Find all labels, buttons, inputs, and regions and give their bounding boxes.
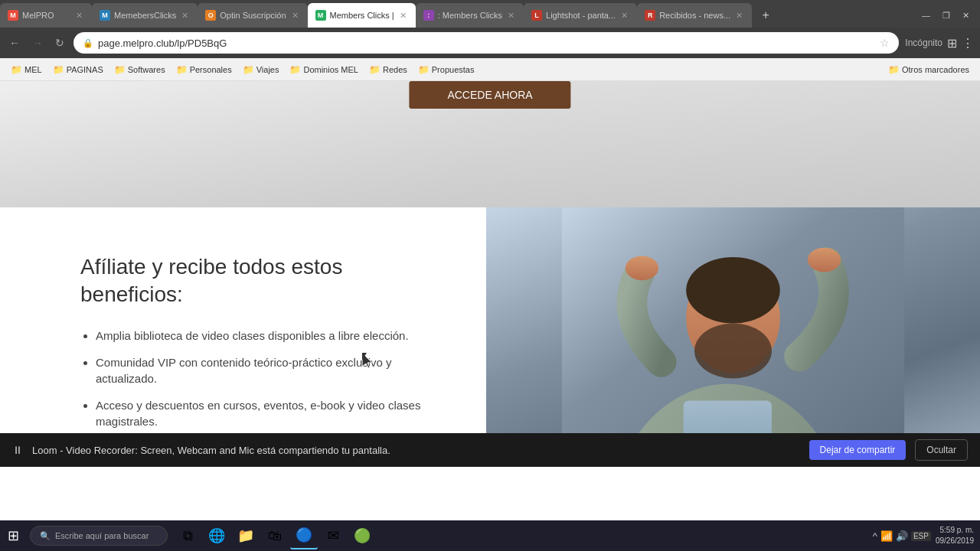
browser-tab-membersclicks2[interactable]: MMembers Clicks |✕ <box>308 3 416 28</box>
date: 09/26/2019 <box>936 536 974 546</box>
clock[interactable]: 5:59 p. m. 09/26/2019 <box>936 525 974 546</box>
loom-notification-bar: ⏸ Loom - Video Recorder: Screen, Webcam … <box>0 433 980 467</box>
bookmark-viajes[interactable]: 📁Viajes <box>238 63 284 77</box>
tab-label-lightshot: Lightshot - panta... <box>546 11 616 20</box>
window-controls: — ❐ ✕ <box>917 3 980 28</box>
loom-message: Loom - Video Recorder: Screen, Webcam an… <box>32 445 800 456</box>
bookmark-mel[interactable]: 📁MEL <box>6 63 47 77</box>
bookmark-icon-propuestas: 📁 <box>418 64 430 75</box>
tab-close-membersclicks2[interactable]: ✕ <box>398 9 408 22</box>
maximize-button[interactable]: ❐ <box>938 9 955 22</box>
other-bookmarks-label: Otros marcadores <box>902 65 969 74</box>
language-indicator[interactable]: ESP <box>911 531 931 541</box>
lock-icon: 🔒 <box>83 38 93 48</box>
tab-label-membersclicks3: : Members Clicks <box>438 11 502 20</box>
page-content: ACCEDE AHORA Afíliate y recibe todos est… <box>0 81 980 467</box>
tab-label-melpro: MelPRO <box>22 11 70 20</box>
browser-tab-lightshot[interactable]: LLightshot - panta...✕ <box>524 3 637 28</box>
back-button[interactable]: ← <box>6 35 23 51</box>
tab-favicon-membersclicks3: : <box>423 10 434 21</box>
svg-point-7 <box>808 248 841 272</box>
time: 5:59 p. m. <box>936 525 974 536</box>
taskbar: ⊞ 🔍 Escribe aquí para buscar ⧉ 🌐 📁 🛍 🔵 ✉… <box>0 520 980 551</box>
tab-label-optin: Optin Suscripción <box>220 11 286 20</box>
tab-close-melpro[interactable]: ✕ <box>74 9 84 22</box>
store-icon[interactable]: 🛍 <box>261 522 289 549</box>
bookmark-label-personales: Personales <box>190 65 232 74</box>
chrome2-icon[interactable]: 🟢 <box>348 522 376 549</box>
task-view-button[interactable]: ⧉ <box>174 522 201 549</box>
browser-tab-optin[interactable]: OOptin Suscripción✕ <box>198 3 307 28</box>
file-explorer-icon[interactable]: 📁 <box>232 522 260 549</box>
benefit-item-0: Amplia biblioteca de video clases dispon… <box>96 328 440 344</box>
tab-favicon-melpro: M <box>8 10 18 21</box>
other-bookmarks[interactable]: 📁 Otros marcadores <box>884 63 974 77</box>
refresh-button[interactable]: ↻ <box>52 35 67 51</box>
incognito-label: Incógnito <box>905 37 942 48</box>
mail-icon[interactable]: ✉ <box>319 522 347 549</box>
bookmark-dominios[interactable]: 📁Dominios MEL <box>285 63 363 77</box>
tab-label-membersclicks1: MemebersClicks <box>114 11 176 20</box>
browser-chrome: MMelPRO✕MMemebersClicks✕OOptin Suscripci… <box>0 0 980 81</box>
browser-tab-membersclicks1[interactable]: MMemebersClicks✕ <box>92 3 198 28</box>
left-content: Afíliate y recibe todos estos beneficios… <box>0 207 486 467</box>
bookmark-propuestas[interactable]: 📁Propuestas <box>413 63 479 77</box>
hero-section: ACCEDE AHORA <box>0 81 980 207</box>
show-hidden-icons[interactable]: ^ <box>873 530 877 542</box>
start-button[interactable]: ⊞ <box>0 520 27 551</box>
extensions-icon[interactable]: ⊞ <box>947 36 957 51</box>
tab-bar: MMelPRO✕MMemebersClicks✕OOptin Suscripci… <box>0 0 980 28</box>
bookmark-label-softwares: Softwares <box>128 65 165 74</box>
benefit-item-1: Comunidad VIP con contenido teórico-prác… <box>96 354 440 386</box>
tab-close-membersclicks1[interactable]: ✕ <box>180 9 190 22</box>
svg-point-4 <box>686 257 780 324</box>
browser-tab-melpro[interactable]: MMelPRO✕ <box>0 3 92 28</box>
bookmark-icon-redes: 📁 <box>369 64 381 75</box>
bookmark-paginas[interactable]: 📁PAGINAS <box>48 63 108 77</box>
url-input[interactable]: 🔒 page.melpro.club/lp/PD5BqG ☆ <box>74 32 899 54</box>
bookmark-personales[interactable]: 📁Personales <box>172 63 237 77</box>
tab-close-lightshot[interactable]: ✕ <box>619 9 629 22</box>
bookmark-icon-mel: 📁 <box>11 64 22 75</box>
tab-favicon-membersclicks2: M <box>315 10 326 21</box>
minimize-button[interactable]: — <box>917 9 935 21</box>
bookmark-star-icon[interactable]: ☆ <box>880 37 890 49</box>
stop-sharing-button[interactable]: Dejar de compartir <box>809 440 906 460</box>
folder-icon: 📁 <box>888 64 900 75</box>
menu-icon[interactable]: ⋮ <box>962 36 974 51</box>
volume-icon[interactable]: 🔊 <box>896 530 908 542</box>
tab-label-recibidos: Recibidos - news... <box>659 11 730 20</box>
url-text: page.melpro.club/lp/PD5BqG <box>98 37 875 49</box>
system-tray-icons: ^ 📶 🔊 ESP <box>873 530 931 542</box>
tab-close-membersclicks3[interactable]: ✕ <box>506 9 516 22</box>
bookmark-icon-dominios: 📁 <box>289 64 301 75</box>
main-section: Afíliate y recibe todos estos beneficios… <box>0 207 980 467</box>
forward-button[interactable]: → <box>29 35 46 51</box>
bookmarks-bar: 📁MEL📁PAGINAS📁Softwares📁Personales📁Viajes… <box>0 58 980 81</box>
right-image <box>486 207 980 467</box>
close-button[interactable]: ✕ <box>958 9 974 22</box>
address-bar: ← → ↻ 🔒 page.melpro.club/lp/PD5BqG ☆ Inc… <box>0 28 980 58</box>
search-icon: 🔍 <box>40 531 51 541</box>
bookmark-icon-softwares: 📁 <box>114 64 126 75</box>
tab-close-optin[interactable]: ✕ <box>290 9 300 22</box>
bookmark-softwares[interactable]: 📁Softwares <box>109 63 170 77</box>
chrome-icon[interactable]: 🔵 <box>290 522 318 549</box>
new-tab-button[interactable]: + <box>755 5 776 26</box>
benefit-item-2: Acceso y descuentos en cursos, eventos, … <box>96 397 440 429</box>
search-placeholder: Escribe aquí para buscar <box>55 531 149 540</box>
edge-browser-icon[interactable]: 🌐 <box>203 522 230 549</box>
tab-close-recibidos[interactable]: ✕ <box>734 9 744 22</box>
browser-tab-recibidos[interactable]: RRecibidos - news...✕ <box>637 3 752 28</box>
taskbar-system-tray: ^ 📶 🔊 ESP 5:59 p. m. 09/26/2019 <box>873 525 980 546</box>
svg-point-6 <box>626 256 658 280</box>
network-icon[interactable]: 📶 <box>880 530 893 542</box>
hide-button[interactable]: Ocultar <box>915 439 968 461</box>
search-bar[interactable]: 🔍 Escribe aquí para buscar <box>30 526 168 546</box>
taskbar-pinned-apps: ⧉ 🌐 📁 🛍 🔵 ✉ 🟢 <box>174 522 376 549</box>
browser-tab-membersclicks3[interactable]: :: Members Clicks✕ <box>416 3 524 28</box>
man-photo <box>486 207 980 467</box>
bookmark-redes[interactable]: 📁Redes <box>364 63 412 77</box>
tab-favicon-optin: O <box>205 10 216 21</box>
cta-button[interactable]: ACCEDE AHORA <box>409 81 570 109</box>
